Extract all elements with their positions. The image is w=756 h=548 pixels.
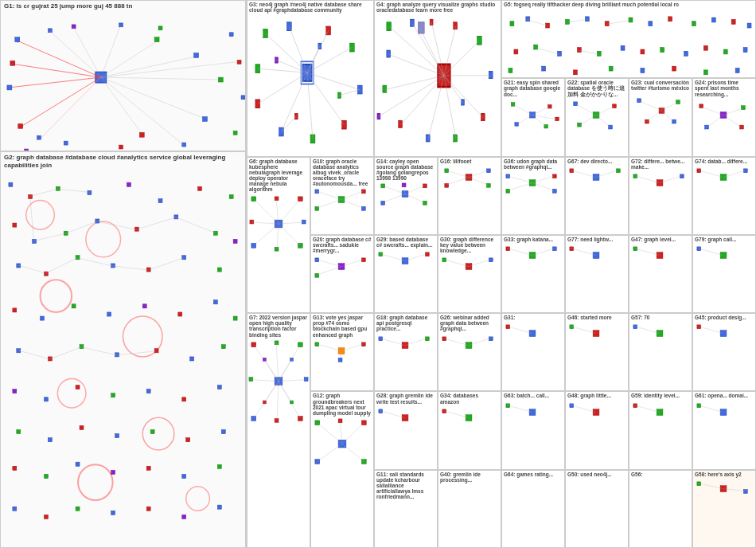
panel-g7: G7: 2022 version jaspar open high qualit…	[247, 313, 310, 548]
svg-rect-108	[76, 507, 80, 511]
svg-line-342	[341, 260, 363, 267]
svg-line-2	[13, 64, 101, 77]
svg-line-450	[699, 405, 723, 412]
svg-line-238	[532, 115, 547, 127]
svg-rect-111	[182, 515, 186, 519]
svg-rect-77	[233, 316, 237, 320]
g29-title: G29: based database c# swcrafts... expla…	[375, 236, 437, 249]
g20-content	[311, 254, 373, 282]
g1-graph	[1, 17, 245, 151]
panel-g45: G45: product desig...	[692, 313, 756, 391]
svg-rect-448	[720, 409, 727, 415]
svg-rect-107	[44, 515, 48, 519]
svg-line-291	[317, 200, 341, 209]
g31-content	[502, 321, 564, 349]
svg-rect-187	[430, 19, 433, 25]
svg-line-266	[723, 115, 741, 127]
g48-content	[566, 400, 628, 428]
svg-rect-65	[76, 256, 80, 260]
g12-content	[311, 417, 373, 472]
panel-g46: G46: started more	[565, 313, 629, 391]
svg-line-227	[536, 48, 559, 54]
svg-rect-30	[119, 145, 123, 149]
panel-g6: G6: graph database kubesphere nebulagrap…	[247, 157, 310, 314]
panel-g57: G57: 70	[629, 313, 692, 391]
svg-rect-73	[107, 312, 111, 316]
svg-rect-203	[747, 23, 751, 28]
g11-title: G11: sali standards update kcharbour sal…	[375, 471, 437, 501]
g67-title: G67: dev directo...	[566, 158, 628, 165]
svg-rect-317	[552, 189, 556, 193]
svg-rect-172	[387, 50, 391, 57]
g14-title: G14: cayley open source graph database #…	[375, 158, 437, 182]
panel-g5: G5: fogseq really tifthacker deep diving…	[501, 0, 756, 78]
svg-rect-12	[10, 61, 15, 65]
svg-line-320	[508, 182, 532, 190]
svg-rect-69	[217, 268, 221, 272]
svg-line-318	[508, 176, 532, 183]
g22-title: G22: spatial oracle database を使う時に追加料 金が…	[566, 79, 628, 97]
svg-line-146	[307, 72, 360, 89]
svg-line-1	[17, 41, 101, 77]
svg-line-245	[576, 104, 596, 115]
svg-line-389	[264, 359, 279, 381]
panel-g16: G16: lillfooet	[438, 157, 501, 235]
svg-rect-16	[154, 37, 159, 42]
g14-content	[375, 182, 437, 209]
g4-title: G4: graph analyze query visualize graphs…	[375, 1, 501, 14]
svg-line-143	[289, 26, 307, 72]
svg-rect-294	[381, 184, 385, 188]
svg-rect-231	[548, 104, 552, 108]
svg-rect-297	[423, 202, 427, 206]
svg-line-309	[446, 170, 469, 178]
svg-rect-261	[705, 125, 709, 129]
g26-title: G26: webinar added graph data between #g…	[438, 314, 501, 332]
svg-rect-388	[290, 401, 294, 404]
svg-line-391	[264, 381, 279, 401]
g77-title: G77: need lightw...	[566, 236, 628, 243]
g16-title: G16: lillfooet	[438, 158, 501, 165]
svg-rect-220	[641, 68, 645, 73]
panel-g20: G20: graph database c# swcrafts... saduk…	[310, 235, 374, 313]
svg-line-35	[101, 25, 121, 77]
svg-rect-70	[13, 308, 17, 312]
g64-title: G64: games rating...	[502, 471, 564, 478]
g6-title: G6: graph database kubesphere nebulagrap…	[247, 158, 310, 194]
g40-title: G40: gremlin ide processing...	[438, 471, 501, 483]
svg-rect-11	[15, 37, 20, 42]
g61-title: G61: opena... domai...	[693, 392, 755, 399]
svg-rect-32	[25, 149, 29, 151]
g50-title: G50: used neo4j...	[566, 471, 628, 478]
svg-line-177	[444, 41, 479, 76]
svg-rect-230	[511, 102, 515, 106]
svg-rect-427	[338, 419, 342, 423]
svg-rect-72	[72, 304, 76, 308]
svg-rect-98	[221, 429, 225, 433]
svg-point-44	[142, 417, 174, 450]
svg-line-246	[596, 106, 614, 115]
svg-line-279	[279, 224, 300, 245]
svg-rect-21	[48, 29, 52, 33]
g36-content	[502, 170, 564, 198]
svg-rect-27	[241, 96, 245, 100]
svg-rect-425	[315, 460, 320, 464]
svg-line-289	[317, 191, 341, 200]
panel-g40: G40: gremlin ide processing...	[438, 470, 501, 548]
svg-rect-439	[529, 409, 536, 415]
svg-line-429	[342, 423, 364, 444]
g10-title: G10: graph oracle database analytics aib…	[311, 158, 373, 188]
svg-rect-212	[684, 51, 688, 56]
panel-g23: G23: cual conversación twitter #turismo …	[629, 78, 692, 156]
svg-rect-60	[174, 215, 178, 219]
svg-rect-15	[37, 135, 41, 139]
panel-g31: G31:	[501, 313, 565, 391]
g24-content	[693, 98, 755, 134]
g3-graph	[247, 15, 373, 156]
svg-rect-85	[13, 389, 17, 393]
g72-content	[629, 170, 692, 198]
svg-line-247	[580, 115, 596, 125]
svg-line-384	[251, 379, 279, 381]
svg-rect-166	[489, 72, 493, 79]
svg-line-341	[317, 260, 341, 267]
svg-rect-97	[186, 438, 190, 442]
